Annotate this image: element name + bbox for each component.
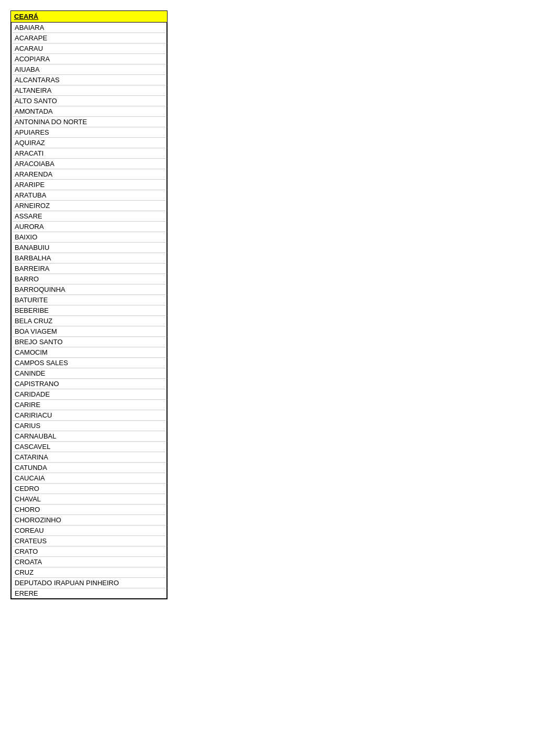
list-item: ALTANEIRA bbox=[11, 85, 167, 96]
list-item: CEDRO bbox=[11, 484, 167, 494]
list-item: ACARAU bbox=[11, 43, 167, 54]
list-item: CHOROZINHO bbox=[11, 515, 167, 525]
list-item: ARACOIABA bbox=[11, 159, 167, 169]
list-item: ALCANTARAS bbox=[11, 75, 167, 85]
list-item: CAPISTRANO bbox=[11, 379, 167, 389]
municipality-table: CEARÁ ABAIARAACARAPEACARAUACOPIARAAIUABA… bbox=[10, 10, 168, 599]
list-item: ARNEIROZ bbox=[11, 201, 167, 211]
list-item: ERERE bbox=[11, 588, 167, 599]
list-item: ACARAPE bbox=[11, 33, 167, 43]
list-item: CROATA bbox=[11, 557, 167, 567]
list-item: CARIDADE bbox=[11, 389, 167, 400]
list-item: BELA CRUZ bbox=[11, 316, 167, 326]
list-item: CASCAVEL bbox=[11, 442, 167, 452]
list-item: ASSARE bbox=[11, 211, 167, 222]
list-item: BEBERIBE bbox=[11, 305, 167, 316]
list-item: CARIRE bbox=[11, 400, 167, 410]
list-item: CARIRIACU bbox=[11, 410, 167, 421]
list-item: ARARIPE bbox=[11, 180, 167, 190]
list-item: CHAVAL bbox=[11, 494, 167, 505]
list-item: CAUCAIA bbox=[11, 473, 167, 484]
list-item: CARIUS bbox=[11, 421, 167, 431]
list-item: BANABUIU bbox=[11, 243, 167, 253]
list-item: ABAIARA bbox=[11, 23, 167, 33]
list-item: BAIXIO bbox=[11, 232, 167, 243]
list-item: ARATUBA bbox=[11, 190, 167, 201]
list-item: CHORO bbox=[11, 505, 167, 515]
list-item: CARNAUBAL bbox=[11, 431, 167, 442]
list-item: BOA VIAGEM bbox=[11, 326, 167, 337]
list-item: CRATO bbox=[11, 546, 167, 557]
list-item: BATURITE bbox=[11, 295, 167, 305]
list-item: DEPUTADO IRAPUAN PINHEIRO bbox=[11, 578, 167, 588]
list-item: BARROQUINHA bbox=[11, 284, 167, 295]
list-item: CATARINA bbox=[11, 452, 167, 463]
list-item: ALTO SANTO bbox=[11, 96, 167, 106]
table-header: CEARÁ bbox=[11, 11, 167, 23]
list-item: CAMPOS SALES bbox=[11, 358, 167, 368]
list-item: BARREIRA bbox=[11, 264, 167, 274]
list-item: AURORA bbox=[11, 222, 167, 232]
list-item: COREAU bbox=[11, 525, 167, 536]
list-item: ACOPIARA bbox=[11, 54, 167, 64]
list-item: BARBALHA bbox=[11, 253, 167, 264]
list-item: AMONTADA bbox=[11, 106, 167, 117]
list-item: CRATEUS bbox=[11, 536, 167, 546]
list-item: BREJO SANTO bbox=[11, 337, 167, 347]
list-item: CATUNDA bbox=[11, 463, 167, 473]
list-item: BARRO bbox=[11, 274, 167, 284]
list-item: AQUIRAZ bbox=[11, 138, 167, 148]
list-item: AIUABA bbox=[11, 64, 167, 75]
list-item: CANINDE bbox=[11, 368, 167, 379]
list-item: CAMOCIM bbox=[11, 347, 167, 358]
list-item: APUIARES bbox=[11, 127, 167, 138]
list-item: ARARENDA bbox=[11, 169, 167, 180]
list-item: CRUZ bbox=[11, 567, 167, 578]
list-item: ANTONINA DO NORTE bbox=[11, 117, 167, 127]
list-item: ARACATI bbox=[11, 148, 167, 159]
